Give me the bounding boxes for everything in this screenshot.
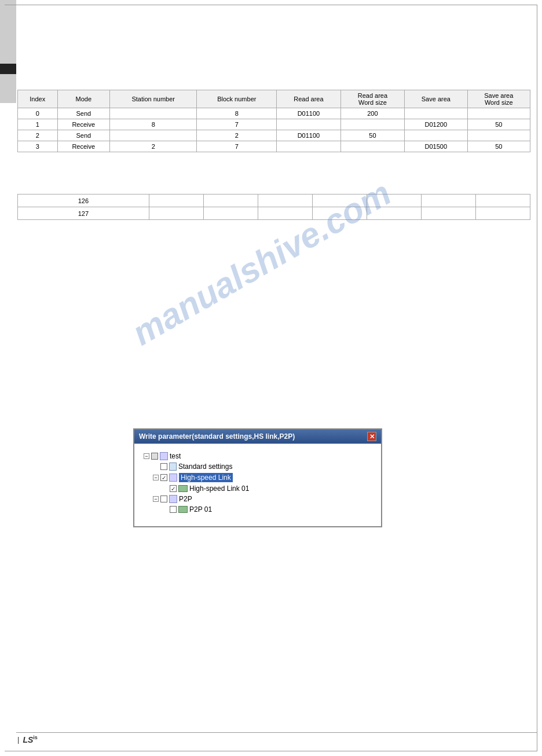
folder-icon-hs-link [169, 474, 177, 482]
page-border-right [537, 5, 537, 751]
checkbox-p2p-01[interactable] [170, 506, 177, 513]
expand-test[interactable]: − [144, 453, 149, 459]
lower-table-row: 126 [18, 194, 530, 207]
folder-icon-p2p [169, 495, 177, 503]
dialog-body: − test Standard settings − High-speed Li… [134, 443, 381, 526]
main-table-container: Index Mode Station number Block number R… [17, 90, 530, 152]
footer-line [16, 732, 537, 733]
folder-icon-test [160, 452, 168, 460]
col-header-save-word: Save areaWord size [467, 90, 530, 108]
lower-table-container: 126127 [17, 194, 530, 220]
col-header-block: Block number [197, 90, 277, 108]
tree-item-hs-link-01[interactable]: High-speed Link 01 [144, 483, 372, 494]
table-row: 3Receive27D0150050 [18, 141, 530, 152]
lower-table-row: 127 [18, 207, 530, 220]
expand-hs-link[interactable]: − [153, 475, 159, 480]
tree-label-hs-link[interactable]: High-speed Link [179, 473, 233, 482]
footer-separator: | [17, 735, 19, 744]
expand-p2p[interactable]: − [153, 496, 159, 502]
tree-label-p2p: P2P [179, 495, 192, 503]
sidebar-gray-top [0, 0, 16, 64]
tree-item-p2p[interactable]: − P2P [144, 494, 372, 504]
tree-item-standard[interactable]: Standard settings [144, 461, 372, 472]
tree-label-standard: Standard settings [178, 463, 232, 471]
doc-icon-standard [169, 463, 177, 471]
dialog-window: Write parameter(standard settings,HS lin… [133, 428, 382, 527]
sidebar-black-bar [0, 64, 16, 74]
checkbox-hs-link[interactable] [160, 474, 167, 481]
col-header-station: Station number [110, 90, 197, 108]
checkbox-hs-link-01[interactable] [170, 485, 177, 492]
dialog-titlebar: Write parameter(standard settings,HS lin… [134, 430, 381, 443]
checkbox-test[interactable] [151, 453, 158, 460]
tree-label-test: test [170, 452, 181, 460]
tree-item-p2p-01[interactable]: P2P 01 [144, 504, 372, 515]
col-header-read-area: Read area [277, 90, 340, 108]
tree-item-hs-link[interactable]: − High-speed Link [144, 472, 372, 483]
tree-label-p2p-01: P2P 01 [189, 505, 212, 513]
table-row: 2Send2D0110050 [18, 130, 530, 141]
footer: | LSis [17, 735, 530, 744]
table-row: 1Receive87D0120050 [18, 119, 530, 130]
sidebar-gray-bottom [0, 74, 16, 103]
col-header-read-word: Read areaWord size [340, 90, 404, 108]
lower-table: 126127 [17, 194, 530, 220]
link-icon-hs-link-01 [178, 485, 188, 492]
table-row: 0Send8D01100200 [18, 108, 530, 119]
page-border-top [5, 5, 537, 5]
main-table: Index Mode Station number Block number R… [17, 90, 530, 152]
dialog-close-button[interactable]: ✕ [367, 432, 376, 441]
link-icon-p2p-01 [178, 506, 188, 513]
dialog-title: Write parameter(standard settings,HS lin… [139, 432, 295, 441]
tree-label-hs-link-01: High-speed Link 01 [189, 485, 249, 493]
col-header-mode: Mode [57, 90, 110, 108]
page-border-bottom [5, 751, 537, 751]
left-sidebar [0, 0, 16, 756]
footer-logo: LSis [23, 735, 37, 744]
checkbox-standard[interactable] [160, 463, 167, 470]
close-icon: ✕ [369, 433, 375, 441]
tree-item-test[interactable]: − test [144, 451, 372, 461]
col-header-index: Index [18, 90, 58, 108]
checkbox-p2p[interactable] [160, 496, 167, 502]
col-header-save-area: Save area [405, 90, 467, 108]
